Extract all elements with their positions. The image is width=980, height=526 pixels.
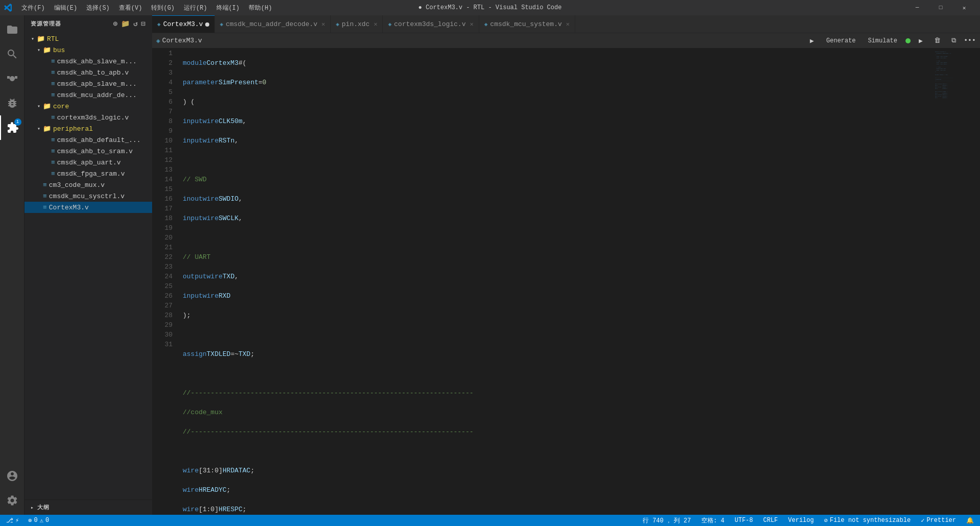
status-errors[interactable]: ⊗ 0 ⚠ 0	[26, 515, 51, 526]
file-tree[interactable]: ▾ 📁 RTL ▾ 📁 bus ≡ cmsdk_ahb_slave_m...	[24, 32, 152, 499]
line-27: 27	[152, 301, 173, 310]
tab-cortexm3ds-logic-icon: ◈	[388, 21, 391, 28]
line-17: 17	[152, 204, 173, 213]
tree-item-cmsdk-mcu-addr[interactable]: ≡ cmsdk_mcu_addr_de...	[24, 89, 152, 101]
simulate-button[interactable]: Simulate	[864, 36, 901, 45]
line-5: 5	[152, 87, 173, 97]
tree-item-cmsdk-fpga-sram[interactable]: ≡ cmsdk_fpga_sram.v	[24, 168, 152, 179]
cmsdk-mcu-addr-file-icon: ≡	[51, 91, 55, 99]
new-folder-icon[interactable]: 📁	[121, 19, 130, 28]
status-cursor-position[interactable]: 行 740 ， 列 27	[641, 515, 693, 526]
status-prettier[interactable]: ✓ Prettier	[919, 515, 958, 526]
synthesizable-icon: ⊘	[824, 517, 827, 524]
tab-pin-xdc[interactable]: ◈ pin.xdc ✕	[331, 15, 383, 33]
tab-cmsdk-mcu-system[interactable]: ◈ cmsdk_mcu_system.v ✕	[479, 15, 575, 33]
activity-run-debug[interactable]	[0, 91, 24, 115]
error-count: 0	[34, 517, 37, 524]
tree-item-cmsdk-mcu-sysctrl[interactable]: ≡ cmsdk_mcu_sysctrl.v	[24, 190, 152, 202]
line-25: 25	[152, 281, 173, 291]
tree-item-cmsdk-ahb-slave[interactable]: ≡ cmsdk_ahb_slave_m...	[24, 56, 152, 67]
tree-item-peripheral[interactable]: ▾ 📁 peripheral	[24, 123, 152, 134]
cmsdk-ahb-slave-label: cmsdk_ahb_slave_m...	[57, 58, 137, 65]
menu-select[interactable]: 选择(S)	[82, 3, 114, 13]
tree-item-bus[interactable]: ▾ 📁 bus	[24, 44, 152, 56]
tab-cmsdk-mcu-addr-close[interactable]: ✕	[322, 20, 325, 28]
status-git-branch[interactable]: ⎇ ⚡	[4, 515, 21, 526]
activity-source-control[interactable]	[0, 66, 24, 91]
tree-item-cmsdk-ahb-to-sram[interactable]: ≡ cmsdk_ahb_to_sram.v	[24, 146, 152, 157]
tree-item-cortexm3ds[interactable]: ≡ cortexm3ds_logic.v	[24, 112, 152, 123]
line-21: 21	[152, 243, 173, 252]
status-encoding[interactable]: UTF-8	[732, 515, 755, 526]
code-editor[interactable]: module CortexM3 #( parameter SimPresent …	[178, 49, 934, 515]
status-bar-left: ⎇ ⚡ ⊗ 0 ⚠ 0	[4, 515, 51, 526]
menu-view[interactable]: 查看(V)	[115, 3, 146, 13]
activity-explorer[interactable]	[0, 17, 24, 42]
collapse-all-icon[interactable]: ⊟	[141, 19, 146, 28]
refresh-icon[interactable]: ↺	[133, 19, 138, 28]
tree-item-cmsdk-ahb-to-apb[interactable]: ≡ cmsdk_ahb_to_apb.v	[24, 67, 152, 78]
activity-extensions[interactable]: 1	[0, 115, 24, 140]
menu-file[interactable]: 文件(F)	[17, 3, 49, 13]
toolbar-right: ▶ Generate Simulate ▶ 🗑 ⧉ •••	[806, 35, 976, 47]
line-4: 4	[152, 78, 173, 87]
tab-pin-xdc-close[interactable]: ✕	[374, 20, 377, 28]
warning-icon: ⚠	[40, 517, 43, 524]
activity-search[interactable]	[0, 42, 24, 66]
more-actions-icon-btn[interactable]: •••	[964, 35, 976, 47]
debug-icon	[6, 97, 18, 109]
tree-item-cm3-code-mux[interactable]: ≡ cm3_code_mux.v	[24, 179, 152, 190]
status-line-ending[interactable]: CRLF	[761, 515, 780, 526]
trash-icon-btn[interactable]: 🗑	[931, 35, 943, 47]
tree-item-rtl[interactable]: ▾ 📁 RTL	[24, 33, 152, 44]
activity-account[interactable]	[0, 464, 24, 488]
spaces-label: 空格: 4	[701, 516, 725, 525]
status-language[interactable]: Verilog	[786, 515, 816, 526]
bus-expand-icon: ▾	[35, 47, 43, 53]
split-editor-icon-btn[interactable]: ⧉	[947, 35, 960, 47]
tree-root: ▾ 📁 RTL ▾ 📁 bus ≡ cmsdk_ahb_slave_m...	[24, 32, 152, 214]
tab-cmsdk-mcu-addr[interactable]: ◈ cmsdk_mcu_addr_decode.v ✕	[215, 15, 331, 33]
line-10: 10	[152, 136, 173, 146]
run-icon-btn[interactable]: ▶	[915, 35, 927, 47]
status-spaces[interactable]: 空格: 4	[699, 515, 727, 526]
cmsdk-ahb-default-label: cmsdk_ahb_default_...	[57, 136, 141, 144]
tab-cortexm3ds-logic-label: cortexm3ds_logic.v	[394, 20, 465, 28]
tab-cmsdk-mcu-system-close[interactable]: ✕	[566, 20, 570, 28]
status-synthesizable[interactable]: ⊘ File not synthesizable	[822, 515, 913, 526]
play-icon-btn[interactable]: ▶	[806, 35, 818, 47]
files-icon	[6, 23, 18, 36]
tree-item-cmsdk-apb-uart[interactable]: ≡ cmsdk_apb_uart.v	[24, 157, 152, 168]
tree-item-cortexm3v[interactable]: ≡ CortexM3.v	[24, 202, 152, 213]
code-line-13: input wire RXD	[183, 291, 934, 301]
tree-item-core[interactable]: ▾ 📁 core	[24, 101, 152, 112]
maximize-button[interactable]: □	[929, 0, 952, 15]
status-notifications[interactable]: 🔔	[964, 515, 976, 526]
menu-run[interactable]: 运行(R)	[180, 3, 211, 13]
menu-help[interactable]: 帮助(H)	[244, 3, 276, 13]
close-button[interactable]: ✕	[952, 0, 976, 15]
tab-cortexm3ds-logic-close[interactable]: ✕	[470, 20, 473, 28]
menu-edit[interactable]: 编辑(E)	[50, 3, 82, 13]
cmsdk-ahb-to-sram-file-icon: ≡	[51, 148, 55, 155]
tree-item-cmsdk-apb-slave[interactable]: ≡ cmsdk_apb_slave_m...	[24, 78, 152, 89]
app-container: 1 资源管理器 ⊕ 📁 ↺ ⊟	[0, 15, 980, 515]
generate-button[interactable]: Generate	[822, 36, 860, 45]
line-1: 1	[152, 49, 173, 58]
breadcrumb-file-icon: ◈	[156, 37, 160, 45]
tab-cmsdk-mcu-system-icon: ◈	[484, 21, 488, 28]
line-15: 15	[152, 184, 173, 194]
new-file-icon[interactable]: ⊕	[113, 19, 118, 28]
menu-terminal[interactable]: 终端(I)	[212, 3, 244, 13]
code-line-12: output wire TXD,	[183, 272, 934, 281]
rtl-toolbar: ◈ CortexM3.v ▶ Generate Simulate ▶ 🗑 ⧉ •…	[152, 33, 980, 49]
tree-item-cmsdk-ahb-default[interactable]: ≡ cmsdk_ahb_default_...	[24, 134, 152, 146]
tab-cortexm3ds-logic[interactable]: ◈ cortexm3ds_logic.v ✕	[383, 15, 479, 33]
extensions-badge: 1	[14, 118, 21, 126]
activity-settings[interactable]	[0, 488, 24, 513]
minimize-button[interactable]: ─	[905, 0, 929, 15]
code-line-14: );	[183, 310, 934, 320]
outline-panel[interactable]: ▸ 大纲	[24, 499, 152, 515]
menu-goto[interactable]: 转到(G)	[147, 3, 179, 13]
tab-cortexm3v[interactable]: ◈ CortexM3.v	[152, 15, 215, 33]
